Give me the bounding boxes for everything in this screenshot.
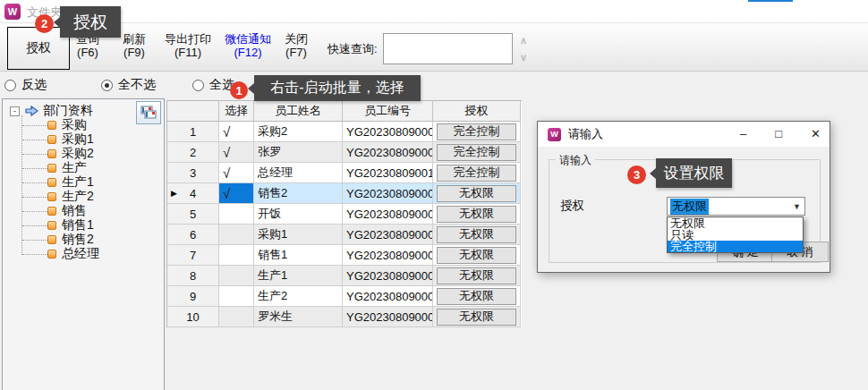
auth-cell-button[interactable]: 无权限 <box>437 206 516 223</box>
auth-field-label: 授权 <box>560 198 584 214</box>
radio-select-all[interactable]: 全选 <box>192 77 234 93</box>
toolbar-item-export-print[interactable]: 导出打印 (F11) <box>157 32 218 59</box>
row-number: 10 <box>167 307 219 327</box>
tree-expander-icon[interactable]: - <box>10 106 20 116</box>
table-row[interactable]: 10 罗米生 YG202308090003 无权限 <box>167 307 522 327</box>
table-row[interactable]: 5 开饭 YG202308090002 无权限 <box>167 204 522 225</box>
auth-cell-button[interactable]: 完全控制 <box>437 123 516 140</box>
radio-label: 反选 <box>21 77 47 93</box>
table-row[interactable]: 3 √ 总经理 YG202308090010 完全控制 <box>167 163 522 183</box>
quick-search-input[interactable] <box>383 33 513 64</box>
name-cell[interactable]: 采购1 <box>254 225 343 245</box>
name-cell[interactable]: 罗米生 <box>254 307 343 327</box>
tree-item-shengchan2[interactable]: 生产2 <box>3 190 94 204</box>
auth-cell-button[interactable]: 无权限 <box>437 247 516 264</box>
tree-item-shengchan1[interactable]: 生产1 <box>3 175 94 190</box>
toolbar-item-close[interactable]: 关闭 (F7) <box>274 32 319 59</box>
code-cell[interactable]: YG202308090010 <box>343 163 433 183</box>
code-cell[interactable]: YG202308090002 <box>343 204 433 225</box>
tree-bullet-icon <box>47 192 56 201</box>
auth-combobox[interactable]: 无权限 ▼ <box>667 197 805 216</box>
tree-item-caigou[interactable]: 采购 <box>3 118 87 132</box>
tree-item-xiaoshou1[interactable]: 销售1 <box>3 218 94 233</box>
row-number-text: 4 <box>190 187 196 200</box>
department-tree-panel: - 部门资料 采购 采购1 采购2 生产 生产1 生产2 销售 销售1 销售2 … <box>2 98 165 390</box>
name-cell[interactable]: 生产2 <box>254 286 343 307</box>
header-name[interactable]: 员工姓名 <box>254 101 343 122</box>
name-cell[interactable]: 销售1 <box>254 245 343 266</box>
quick-search-label: 快速查询: <box>328 41 378 57</box>
table-row[interactable]: 7 销售1 YG202308090004 无权限 <box>167 245 522 266</box>
auth-cell-button[interactable]: 无权限 <box>437 267 516 284</box>
minimize-icon[interactable]: – <box>740 122 746 147</box>
radio-invert-selection[interactable]: 反选 <box>4 77 47 93</box>
select-cell[interactable] <box>219 307 254 327</box>
spinner-down-icon[interactable]: ∨ <box>520 51 527 64</box>
combobox-arrow-icon[interactable]: ▼ <box>793 202 801 211</box>
name-cell[interactable]: 采购2 <box>254 122 343 142</box>
row-number-text: 8 <box>190 269 196 283</box>
auth-cell-button[interactable]: 完全控制 <box>437 165 516 182</box>
code-cell[interactable]: YG202308090006 <box>343 225 433 245</box>
tree-item-xiaoshou2[interactable]: 销售2 <box>3 233 94 247</box>
tree-item-zongjingli[interactable]: 总经理 <box>3 247 99 261</box>
name-cell[interactable]: 开饭 <box>254 204 343 225</box>
select-cell[interactable]: √ <box>219 142 254 163</box>
table-row[interactable]: 6 采购1 YG202308090006 无权限 <box>167 225 522 245</box>
table-row[interactable]: 1 √ 采购2 YG202308090007 完全控制 <box>167 122 522 142</box>
auth-cell: 无权限 <box>433 204 521 225</box>
input-dialog: W 请输入 – □ ✕ 请输入 授权 无权限 ▼ 确 定 取 消 无权限 只读 … <box>537 121 830 273</box>
maximize-icon[interactable]: □ <box>775 122 782 147</box>
tree-item-shengchan[interactable]: 生产 <box>3 161 87 175</box>
select-cell[interactable] <box>219 266 254 286</box>
tree-stub <box>22 168 47 169</box>
annotation-text: 右击-启动批量，选择 <box>270 79 404 98</box>
code-cell[interactable]: YG202308090009 <box>343 286 433 307</box>
toolbar-item-key: (F9) <box>111 46 157 59</box>
select-cell[interactable] <box>219 204 254 225</box>
name-cell[interactable]: 张罗 <box>254 142 343 163</box>
radio-circle-icon <box>192 80 204 91</box>
auth-cell-button[interactable]: 无权限 <box>437 185 516 202</box>
table-row[interactable]: 9 生产2 YG202308090009 无权限 <box>167 286 522 307</box>
code-cell[interactable]: YG202308090008 <box>343 266 433 286</box>
select-cell[interactable] <box>219 225 254 245</box>
toolbar-item-wechat-notify[interactable]: 微信通知 (F12) <box>220 32 276 59</box>
auth-cell-button[interactable]: 无权限 <box>437 288 516 305</box>
name-cell[interactable]: 生产1 <box>254 266 343 286</box>
table-row[interactable]: 8 生产1 YG202308090008 无权限 <box>167 266 522 286</box>
tree-item-xiaoshou[interactable]: 销售 <box>3 204 87 218</box>
header-auth[interactable]: 授权 <box>433 101 521 122</box>
code-cell[interactable]: YG202308090003 <box>343 307 433 327</box>
auth-cell-button[interactable]: 无权限 <box>437 309 516 326</box>
tree-bullet-icon <box>47 135 56 144</box>
app-logo-icon: W <box>4 4 21 20</box>
row-number: 8 <box>167 266 219 286</box>
auth-cell-button[interactable]: 完全控制 <box>437 144 516 161</box>
row-number: 5 <box>167 204 219 225</box>
select-cell[interactable] <box>219 245 254 266</box>
select-cell[interactable]: √ <box>219 163 254 183</box>
dropdown-option-fullcontrol[interactable]: 完全控制 <box>668 241 803 252</box>
name-cell[interactable]: 总经理 <box>254 163 343 183</box>
select-cell[interactable]: √ <box>219 122 254 142</box>
row-number: ▶4 <box>167 183 219 204</box>
header-select[interactable]: 选择 <box>219 101 254 122</box>
table-row-selected[interactable]: ▶4 √ 销售2 YG202308090005 无权限 <box>167 183 522 204</box>
code-cell[interactable]: YG202308090005 <box>343 183 433 204</box>
tree-item-caigou1[interactable]: 采购1 <box>3 132 94 147</box>
code-cell[interactable]: YG202308090001 <box>343 142 433 163</box>
code-cell[interactable]: YG202308090004 <box>343 245 433 266</box>
radio-select-none[interactable]: 全不选 <box>101 77 156 93</box>
select-cell[interactable] <box>219 286 254 307</box>
table-row[interactable]: 2 √ 张罗 YG202308090001 完全控制 <box>167 142 522 163</box>
tree-item-caigou2[interactable]: 采购2 <box>3 147 94 161</box>
select-cell[interactable]: √ <box>219 183 254 204</box>
code-cell[interactable]: YG202308090007 <box>343 122 433 142</box>
close-icon[interactable]: ✕ <box>811 122 821 147</box>
auth-cell-button[interactable]: 无权限 <box>437 226 516 243</box>
header-code[interactable]: 员工编号 <box>343 101 433 122</box>
name-cell[interactable]: 销售2 <box>254 183 343 204</box>
layout-switch-button[interactable] <box>136 101 161 124</box>
spinner-up-icon[interactable]: ∧ <box>520 34 527 47</box>
